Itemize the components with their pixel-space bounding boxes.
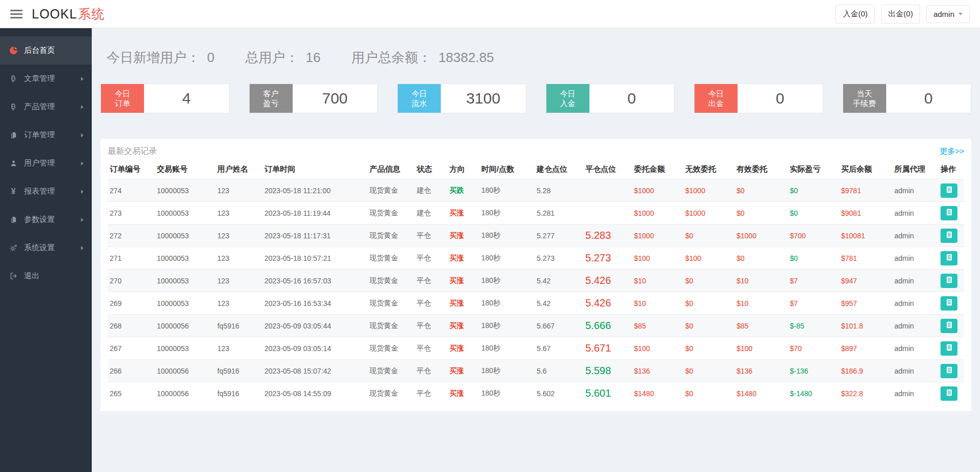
cell-balance-after: $781 (839, 247, 892, 270)
sidebar-item-dashboard[interactable]: 后台首页 (0, 36, 92, 65)
bitcoin-icon (8, 75, 18, 83)
cell-direction: 买涨 (447, 292, 479, 315)
view-detail-button[interactable] (941, 319, 957, 333)
cell-order-time: 2023-05-09 03:05:14 (262, 337, 368, 360)
sidebar-item-label: 参数设置 (24, 215, 55, 224)
cell-valid-entrust: $1000 (734, 224, 788, 247)
cell-direction: 买涨 (447, 315, 479, 337)
cell-user-name: 123 (215, 337, 262, 360)
card-label: 当天手续费 (843, 84, 886, 113)
view-detail-button[interactable] (941, 251, 957, 265)
view-detail-button[interactable] (941, 364, 957, 378)
chevron-down-icon (958, 13, 963, 15)
cell-actual-pnl: $-136 (788, 360, 839, 382)
cell-account: 10000053 (155, 270, 215, 292)
cell-invalid-entrust: $0 (683, 224, 734, 247)
sidebar-item-reports[interactable]: 报表管理 (0, 177, 92, 206)
table-body: 274100000531232023-05-18 11:21:00现货黄金建仓买… (108, 179, 964, 405)
cell-agent: admin (892, 292, 938, 315)
view-detail-button[interactable] (941, 183, 957, 198)
cell-actual-pnl: $700 (788, 224, 839, 247)
detail-list-icon (945, 276, 953, 285)
view-detail-button[interactable] (941, 386, 957, 401)
sidebar-item-label: 订单管理 (24, 130, 55, 140)
cell-open-point: 5.602 (535, 382, 583, 405)
cell-balance-after: $10081 (839, 224, 892, 247)
user-menu-button[interactable]: admin (926, 5, 970, 23)
cell-actual-pnl: $0 (788, 202, 839, 224)
sidebar-item-system[interactable]: 系统设置 (0, 234, 92, 262)
cell-actual-pnl: $0 (788, 247, 839, 270)
sidebar-item-articles[interactable]: 文章管理 (0, 65, 92, 93)
sidebar-item-params[interactable]: 参数设置 (0, 206, 92, 234)
cell-account: 10000056 (155, 315, 215, 337)
sidebar-item-products[interactable]: 产品管理 (0, 93, 92, 121)
sidebar-item-logout[interactable]: 退出 (0, 262, 92, 290)
view-detail-button[interactable] (941, 296, 957, 311)
cell-actual-pnl: $-1480 (788, 382, 839, 405)
detail-list-icon (945, 343, 953, 353)
cell-actual-pnl: $7 (788, 292, 839, 315)
cell-invalid-entrust: $1000 (683, 202, 734, 224)
cell-account: 10000053 (155, 247, 215, 270)
cell-order-id: 272 (108, 224, 155, 247)
table-row: 271100000531232023-05-18 10:57:21现货黄金平仓买… (108, 247, 964, 270)
cell-valid-entrust: $0 (734, 202, 788, 224)
panel-title: 最新交易记录 (108, 146, 157, 157)
view-detail-button[interactable] (941, 206, 957, 220)
column-header: 订单时间 (262, 159, 368, 179)
cell-open-point: 5.42 (535, 292, 583, 315)
column-header: 建仓点位 (535, 159, 583, 179)
deposit-button[interactable]: 入金(0) (835, 5, 874, 24)
cell-order-id: 267 (108, 337, 155, 360)
withdraw-button[interactable]: 出金(0) (881, 5, 920, 24)
sidebar-item-orders[interactable]: 订单管理 (0, 121, 92, 149)
cell-actual-pnl: $7 (788, 270, 839, 292)
username: admin (933, 10, 954, 18)
cell-order-time: 2023-05-16 16:57:03 (262, 270, 368, 292)
cell-duration: 180秒 (479, 337, 535, 360)
sidebar: 后台首页 文章管理 产品管理 订单管理 用户管理 报表管理 (0, 28, 92, 472)
card-label: 今日入金 (546, 84, 589, 113)
cell-close-point (583, 202, 632, 224)
sidebar-item-label: 系统设置 (24, 243, 55, 253)
column-header: 操作 (938, 159, 964, 179)
view-detail-button[interactable] (941, 341, 957, 356)
stats-summary: 今日新增用户： 0 总用户： 16 用户总余额： 18382.85 (107, 49, 971, 67)
cell-product: 现货黄金 (368, 337, 415, 360)
cell-close-point: 5.598 (583, 360, 632, 382)
cell-entrust-amount: $85 (632, 315, 683, 337)
menu-toggle-icon[interactable] (10, 10, 23, 18)
view-detail-button[interactable] (941, 274, 957, 288)
view-detail-button[interactable] (941, 229, 957, 243)
cell-actions (938, 382, 964, 405)
cell-valid-entrust: $10 (734, 270, 788, 292)
cell-direction: 买涨 (447, 224, 479, 247)
cell-duration: 180秒 (479, 202, 535, 224)
column-header: 有效委托 (734, 159, 788, 179)
column-header: 买后余额 (839, 159, 892, 179)
table-row: 267100000531232023-05-09 03:05:14现货黄金平仓买… (108, 337, 964, 360)
card-value: 0 (886, 84, 971, 113)
cell-open-point: 5.277 (535, 224, 583, 247)
table-row: 274100000531232023-05-18 11:21:00现货黄金建仓买… (108, 179, 964, 202)
cell-order-time: 2023-05-18 10:57:21 (262, 247, 368, 270)
column-header: 平仓点位 (583, 159, 632, 179)
cell-user-name: fq5916 (215, 382, 262, 405)
more-link[interactable]: 更多>> (940, 147, 964, 156)
cell-invalid-entrust: $0 (683, 270, 734, 292)
cell-balance-after: $322.8 (839, 382, 892, 405)
card-today-fees: 当天手续费 0 (843, 84, 972, 113)
sidebar-item-users[interactable]: 用户管理 (0, 149, 92, 177)
chevron-right-icon (81, 105, 84, 109)
cell-direction: 买涨 (447, 270, 479, 292)
cell-account: 10000053 (155, 202, 215, 224)
cell-status: 平仓 (415, 315, 447, 337)
cell-order-id: 273 (108, 202, 155, 224)
cell-order-id: 270 (108, 270, 155, 292)
cell-status: 平仓 (415, 270, 447, 292)
column-header: 订单编号 (108, 159, 155, 179)
cell-user-name: 123 (215, 292, 262, 315)
cell-entrust-amount: $10 (632, 270, 683, 292)
copy-pages-icon (8, 216, 18, 223)
